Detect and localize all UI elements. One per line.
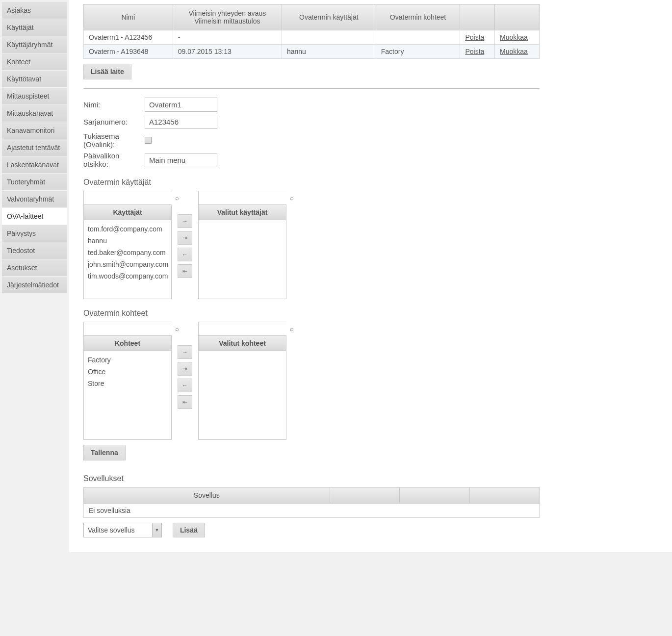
move-right-button[interactable]: → [178,345,192,359]
targets-available-search[interactable] [84,322,172,335]
edit-link[interactable]: Muokkaa [495,45,540,59]
base-checkbox[interactable] [145,137,152,144]
sidebar-item[interactable]: Asiakas [2,2,67,19]
users-section-title: Ovatermin käyttäjät [83,178,540,187]
move-left-all-button[interactable]: ⇤ [178,395,192,409]
users-available-search[interactable] [84,191,172,204]
serial-label: Sarjanumero: [83,118,145,126]
base-label: Tukiasema (Ovalink): [83,132,145,149]
apps-empty-row: Ei sovelluksia [84,504,540,518]
targets-selected-search[interactable] [199,322,287,335]
search-icon: ⌕ [172,194,182,202]
sidebar-item[interactable]: Käyttäjät [2,19,67,36]
apps-col-4 [469,487,539,504]
device-table: Nimi Viimeisin yhteyden avaus Viimeisin … [83,4,540,59]
list-item[interactable]: hannu [88,235,167,247]
sidebar-item[interactable]: OVA-laitteet [2,208,67,225]
col-edit [495,4,540,30]
cell-last: 09.07.2015 13:13 [173,45,282,59]
search-icon: ⌕ [172,325,182,332]
app-select-dropdown-button[interactable]: ▼ [152,523,162,537]
cell-users [282,30,376,45]
cell-name: Ovaterm - A193648 [84,45,173,59]
move-right-all-button[interactable]: ⇥ [178,362,192,376]
users-selected-box: ⌕ Valitut käyttäjät [198,191,286,299]
app-select-input[interactable] [83,523,152,537]
sidebar-item[interactable]: Järjestelmätiedot [2,277,67,294]
list-item[interactable]: ted.baker@company.com [88,247,167,258]
move-left-all-button[interactable]: ⇤ [178,264,192,278]
apps-col-3 [400,487,469,504]
sidebar-item[interactable]: Käyttötavat [2,71,67,88]
targets-dual-list: ⌕ Kohteet FactoryOfficeStore → ⇥ ← ⇤ ⌕ V… [83,322,540,440]
cell-users: hannu [282,45,376,59]
separator [83,88,540,89]
targets-selected-box: ⌕ Valitut kohteet [198,322,286,440]
menu-label: Päävalikon otsikko: [83,152,145,168]
add-device-button[interactable]: Lisää laite [83,64,131,79]
targets-available-header: Kohteet [84,336,171,351]
cell-targets: Factory [376,45,460,59]
targets-available-box: ⌕ Kohteet FactoryOfficeStore [83,322,172,440]
sidebar-item[interactable]: Mittauskanavat [2,105,67,122]
add-app-button[interactable]: Lisää [173,523,205,537]
users-dual-list: ⌕ Käyttäjät tom.ford@company.comhannuted… [83,191,540,299]
sidebar-item[interactable]: Valvontaryhmät [2,191,67,208]
cell-targets [376,30,460,45]
save-button[interactable]: Tallenna [83,445,126,460]
move-right-button[interactable]: → [178,214,192,228]
col-targets: Ovatermin kohteet [376,4,460,30]
search-icon: ⌕ [287,194,297,202]
list-item[interactable]: Factory [88,354,167,366]
list-item[interactable]: john.smith@company.com [88,258,167,270]
users-available-header: Käyttäjät [84,205,171,220]
list-item[interactable]: tom.ford@company.com [88,223,167,235]
apps-col-name: Sovellus [84,487,330,504]
targets-selected-header: Valitut kohteet [199,336,286,351]
col-delete [460,4,495,30]
name-label: Nimi: [83,101,145,109]
sidebar: AsiakasKäyttäjätKäyttäjäryhmätKohteetKäy… [0,0,69,552]
delete-link[interactable]: Poista [460,30,495,45]
col-last: Viimeisin yhteyden avaus Viimeisin mitta… [173,4,282,30]
sidebar-item[interactable]: Mittauspisteet [2,88,67,105]
targets-section-title: Ovatermin kohteet [83,309,540,318]
search-icon: ⌕ [287,325,297,332]
sidebar-item[interactable]: Kanavamonitori [2,122,67,139]
list-item[interactable]: Office [88,366,167,378]
sidebar-item[interactable]: Tuoteryhmät [2,174,67,191]
name-input[interactable] [145,98,217,112]
sidebar-item[interactable]: Ajastetut tehtävät [2,139,67,156]
move-right-all-button[interactable]: ⇥ [178,231,192,245]
sidebar-item[interactable]: Kohteet [2,53,67,71]
apps-col-2 [330,487,399,504]
users-available-box: ⌕ Käyttäjät tom.ford@company.comhannuted… [83,191,172,299]
users-selected-search[interactable] [199,191,287,204]
cell-name: Ovaterm1 - A123456 [84,30,173,45]
col-users: Ovatermin käyttäjät [282,4,376,30]
main-content: Nimi Viimeisin yhteyden avaus Viimeisin … [69,0,672,552]
apps-table: Sovellus Ei sovelluksia [83,487,540,518]
move-left-button[interactable]: ← [178,379,192,392]
list-item[interactable]: Store [88,378,167,389]
list-item[interactable]: tim.woods@company.com [88,270,167,282]
cell-last: - [173,30,282,45]
delete-link[interactable]: Poista [460,45,495,59]
serial-input[interactable] [145,115,217,129]
menu-input[interactable] [145,153,217,167]
apps-section-title: Sovellukset [83,474,540,483]
table-row: Ovaterm - A19364809.07.2015 13:13hannuFa… [84,45,540,59]
edit-link[interactable]: Muokkaa [495,30,540,45]
sidebar-item[interactable]: Tiedostot [2,242,67,259]
sidebar-item[interactable]: Päivystys [2,225,67,242]
col-name: Nimi [84,4,173,30]
move-left-button[interactable]: ← [178,248,192,261]
users-selected-header: Valitut käyttäjät [199,205,286,220]
sidebar-item[interactable]: Asetukset [2,259,67,277]
table-row: Ovaterm1 - A123456-PoistaMuokkaa [84,30,540,45]
sidebar-item[interactable]: Käyttäjäryhmät [2,36,67,53]
sidebar-item[interactable]: Laskentakanavat [2,156,67,174]
